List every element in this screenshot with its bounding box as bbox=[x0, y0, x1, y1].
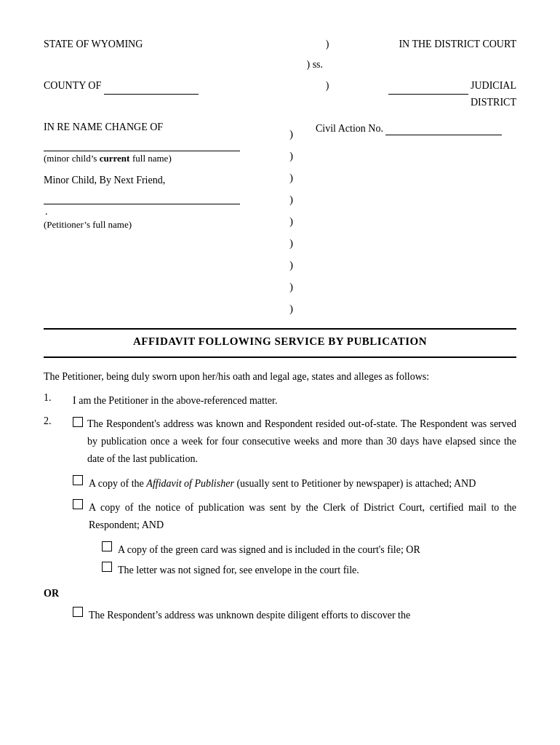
petitioner-name-row: . bbox=[44, 192, 289, 218]
paren-4: ) bbox=[289, 145, 308, 167]
county-section: COUNTY OF bbox=[44, 78, 304, 111]
header-section: STATE OF WYOMING ) IN THE DISTRICT COURT… bbox=[44, 36, 516, 111]
current-label: current bbox=[100, 153, 130, 164]
item-1-text: I am the Petitioner in the above-referen… bbox=[73, 392, 516, 410]
sub-item-d-checkbox[interactable] bbox=[102, 562, 112, 572]
sub-item-a-text: A copy of the Affidavit of Publisher (us… bbox=[89, 475, 516, 493]
petitioner-label: (Petitioner’s full name) bbox=[44, 219, 132, 230]
minor-name-field bbox=[44, 139, 240, 151]
last-item-container: The Respondent’s address was unknown des… bbox=[73, 607, 516, 624]
item-2-checkbox[interactable] bbox=[73, 417, 83, 427]
case-section: IN RE NAME CHANGE OF (minor child’s curr… bbox=[44, 121, 516, 319]
item-2: 2. The Respondent's address was known an… bbox=[44, 415, 516, 467]
case-left: IN RE NAME CHANGE OF (minor child’s curr… bbox=[44, 121, 289, 319]
judicial-field bbox=[388, 78, 468, 95]
last-item: The Respondent’s address was unknown des… bbox=[73, 607, 516, 624]
sub-item-c: A copy of the green card was signed and … bbox=[102, 541, 516, 559]
period: . bbox=[45, 206, 48, 217]
affidavit-italic: Affidavit of Publisher bbox=[146, 478, 234, 489]
paren-9: ) bbox=[289, 254, 308, 276]
sub-item-d-text: The letter was not signed for, see envel… bbox=[118, 562, 516, 579]
in-re-row: IN RE NAME CHANGE OF bbox=[44, 121, 289, 133]
last-item-checkbox[interactable] bbox=[73, 607, 83, 617]
judicial-label: JUDICIAL DISTRICT bbox=[471, 80, 516, 108]
sub-item-c-text: A copy of the green card was signed and … bbox=[118, 541, 516, 559]
paren-2: ) bbox=[304, 78, 351, 111]
sub-item-b-text: A copy of the notice of publication was … bbox=[89, 499, 516, 534]
county-field bbox=[104, 78, 199, 95]
item-1-number: 1. bbox=[44, 392, 73, 410]
divider-below-title bbox=[44, 356, 516, 358]
item-2-checkbox-wrapper bbox=[73, 415, 87, 467]
minor-child-label: Minor Child, By Next Friend, bbox=[44, 175, 165, 186]
court-label: IN THE DISTRICT COURT bbox=[351, 36, 517, 52]
civil-label: Civil Action No. bbox=[316, 123, 383, 134]
header-row-ss: ) ss. bbox=[44, 57, 516, 73]
last-item-text: The Respondent’s address was unknown des… bbox=[89, 607, 516, 624]
or-label: OR bbox=[44, 588, 516, 599]
sub-item-a-checkbox[interactable] bbox=[73, 475, 83, 485]
paren-3: ) bbox=[289, 123, 308, 145]
paren-1: ) bbox=[304, 36, 351, 52]
petitioner-name-field bbox=[44, 192, 240, 204]
next-friend-row: Minor Child, By Next Friend, bbox=[44, 175, 289, 186]
paren-8: ) bbox=[289, 232, 308, 254]
sub-item-c-container: A copy of the green card was signed and … bbox=[102, 541, 516, 559]
minor-label-end: full name) bbox=[132, 153, 172, 164]
sub-item-d-container: The letter was not signed for, see envel… bbox=[102, 562, 516, 579]
affidavit-title: AFFIDAVIT FOLLOWING SERVICE BY PUBLICATI… bbox=[44, 335, 516, 348]
ss-spacer bbox=[44, 57, 304, 73]
divider-top bbox=[44, 328, 516, 330]
paren-10: ) bbox=[289, 276, 308, 298]
county-label: COUNTY OF bbox=[44, 80, 101, 91]
parens-column: ) ) ) ) ) ) ) ) ) bbox=[289, 121, 308, 319]
item-2-number: 2. bbox=[44, 415, 73, 467]
sub-item-b: A copy of the notice of publication was … bbox=[73, 499, 516, 534]
sub-item-d: The letter was not signed for, see envel… bbox=[102, 562, 516, 579]
paren-6: ) bbox=[289, 188, 308, 210]
intro-paragraph: The Petitioner, being duly sworn upon he… bbox=[44, 368, 516, 386]
header-row-county: COUNTY OF ) JUDICIAL DISTRICT bbox=[44, 78, 516, 111]
paren-7: ) bbox=[289, 210, 308, 232]
case-right: Civil Action No. bbox=[308, 121, 516, 319]
item-1: 1. I am the Petitioner in the above-refe… bbox=[44, 392, 516, 410]
ss-label: ) ss. bbox=[304, 57, 351, 73]
in-re-label: IN RE NAME CHANGE OF bbox=[44, 121, 163, 132]
minor-label-row: (minor child’s current full name) bbox=[44, 153, 289, 164]
paren-5: ) bbox=[289, 167, 308, 188]
sub-item-c-checkbox[interactable] bbox=[102, 541, 112, 551]
court-spacer bbox=[351, 57, 517, 73]
item-2-text: The Respondent's address was known and R… bbox=[87, 415, 516, 467]
minor-label-start: (minor child’s bbox=[44, 153, 97, 164]
state-label: STATE OF WYOMING bbox=[44, 36, 304, 52]
sub-item-a: A copy of the Affidavit of Publisher (us… bbox=[73, 475, 516, 493]
paren-11: ) bbox=[289, 298, 308, 319]
judicial-section: JUDICIAL DISTRICT bbox=[351, 78, 517, 111]
sub-item-b-checkbox[interactable] bbox=[73, 499, 83, 509]
petitioner-label-row: (Petitioner’s full name) bbox=[44, 219, 289, 231]
civil-field bbox=[385, 123, 502, 135]
sub-items-container: A copy of the Affidavit of Publisher (us… bbox=[73, 475, 516, 579]
header-row-1: STATE OF WYOMING ) IN THE DISTRICT COURT bbox=[44, 36, 516, 52]
minor-name-row bbox=[44, 139, 289, 151]
